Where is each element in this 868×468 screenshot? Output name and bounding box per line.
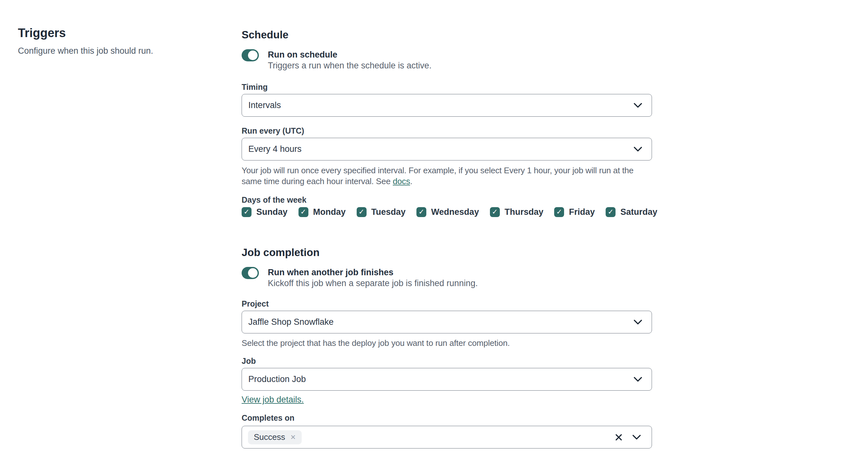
chevron-down-icon [634,147,642,152]
job-select-value: Production Job [248,374,634,384]
day-item-tuesday[interactable]: ✓ Tuesday [356,207,406,217]
project-select-value: Jaffle Shop Snowflake [248,317,634,327]
schedule-heading: Schedule [242,29,652,41]
day-label: Friday [569,207,595,217]
chevron-down-icon [634,320,642,325]
day-label: Sunday [256,207,288,217]
run-when-job-finishes-label: Run when another job finishes [268,267,478,278]
run-when-job-finishes-description: Kickoff this job when a separate job is … [268,278,478,289]
day-item-sunday[interactable]: ✓ Sunday [242,207,288,217]
clear-all-icon[interactable] [615,434,622,441]
project-help-text: Select the project that has the deploy j… [242,338,652,348]
run-on-schedule-toggle[interactable] [242,49,259,61]
form-column: Schedule Run on schedule Triggers a run … [242,29,652,448]
chevron-down-icon [634,377,642,382]
day-item-wednesday[interactable]: ✓ Wednesday [416,207,479,217]
toggle-text: Run on schedule Triggers a run when the … [268,49,431,71]
interval-help-after: . [410,177,412,186]
checkbox-checked-icon[interactable]: ✓ [416,207,426,217]
page-title: Triggers [18,26,222,40]
day-item-friday[interactable]: ✓ Friday [554,207,595,217]
run-when-job-finishes-toggle[interactable] [242,267,259,279]
success-tag-label: Success [254,432,285,442]
timing-select-value: Intervals [248,100,634,110]
project-select[interactable]: Jaffle Shop Snowflake [242,311,652,334]
job-select[interactable]: Production Job [242,368,652,391]
checkbox-checked-icon[interactable]: ✓ [299,207,308,217]
tag-remove-icon[interactable]: ✕ [290,434,296,440]
checkbox-checked-icon[interactable]: ✓ [356,207,367,217]
project-label: Project [242,299,652,308]
completes-on-label: Completes on [242,413,652,422]
day-label: Tuesday [371,207,406,217]
completes-on-multiselect[interactable]: Success ✕ [242,426,652,448]
day-label: Monday [313,207,346,217]
chevron-down-icon[interactable] [632,435,641,440]
job-completion-heading: Job completion [242,247,652,259]
day-item-thursday[interactable]: ✓ Thursday [490,207,544,217]
run-every-label: Run every (UTC) [242,126,652,135]
run-on-schedule-description: Triggers a run when the schedule is acti… [268,60,431,71]
chevron-down-icon [634,103,642,108]
page-subtitle: Configure when this job should run. [18,45,222,56]
toggle-knob [248,268,257,278]
checkbox-checked-icon[interactable]: ✓ [606,207,616,217]
interval-help-text: Your job will run once every specified i… [242,165,652,187]
days-of-week-label: Days of the week [242,195,652,204]
run-on-schedule-label: Run on schedule [268,49,431,60]
timing-label: Timing [242,83,652,91]
toggle-knob [248,51,257,60]
job-label: Job [242,356,652,365]
day-label: Wednesday [431,207,479,217]
checkbox-checked-icon[interactable]: ✓ [554,207,564,217]
run-when-job-finishes-row: Run when another job finishes Kickoff th… [242,267,652,289]
left-column: Triggers Configure when this job should … [18,26,222,56]
day-label: Thursday [505,207,544,217]
run-on-schedule-row: Run on schedule Triggers a run when the … [242,49,652,71]
checkbox-checked-icon[interactable]: ✓ [490,207,500,217]
run-every-select[interactable]: Every 4 hours [242,138,652,160]
view-job-details-link[interactable]: View job details. [242,394,304,405]
days-of-week-row: ✓ Sunday ✓ Monday ✓ Tuesday ✓ Wednesday … [242,207,652,217]
run-every-select-value: Every 4 hours [248,144,634,154]
checkbox-checked-icon[interactable]: ✓ [242,207,251,217]
day-label: Saturday [620,207,657,217]
interval-help-before: Your job will run once every specified i… [242,165,633,186]
docs-link[interactable]: docs [393,177,410,186]
timing-select[interactable]: Intervals [242,94,652,117]
day-item-saturday[interactable]: ✓ Saturday [606,207,657,217]
success-tag: Success ✕ [248,430,302,444]
day-item-monday[interactable]: ✓ Monday [299,207,346,217]
toggle-text: Run when another job finishes Kickoff th… [268,267,478,289]
